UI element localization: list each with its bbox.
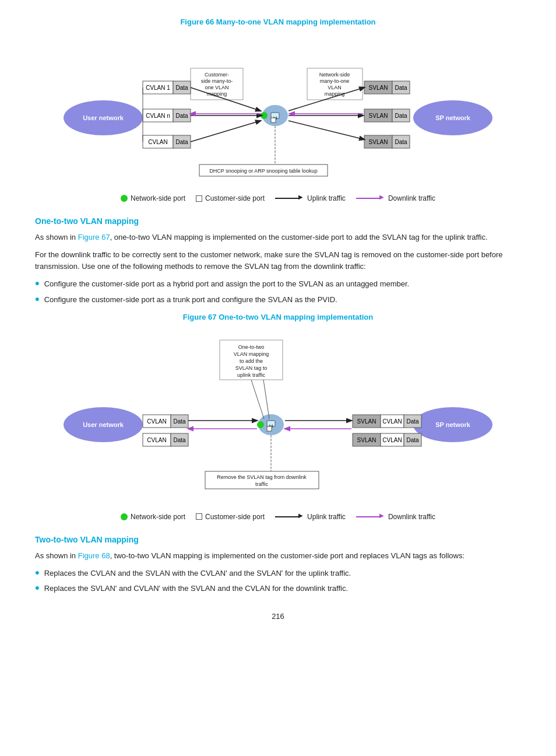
uplink67-arrow-icon bbox=[275, 516, 298, 517]
svg-text:CVLAN n: CVLAN n bbox=[146, 113, 170, 119]
svg-text:one VLAN: one VLAN bbox=[205, 85, 228, 90]
svg-text:User network: User network bbox=[83, 114, 124, 121]
svg-text:CVLAN: CVLAN bbox=[147, 437, 166, 443]
svg-point-89 bbox=[257, 421, 264, 428]
bullet-dot-2: • bbox=[35, 293, 40, 306]
svg-line-50 bbox=[288, 121, 364, 139]
svg-rect-90 bbox=[267, 426, 272, 431]
bullet-item-2: • Configure the customer-side port as a … bbox=[35, 294, 521, 306]
network-port-icon bbox=[121, 195, 128, 202]
svg-text:traffic: traffic bbox=[255, 481, 268, 487]
legend67-network-port: Network-side port bbox=[121, 513, 185, 521]
legend67-uplink: Uplink traffic bbox=[275, 513, 346, 521]
svg-text:SVLAN: SVLAN bbox=[357, 437, 376, 443]
bullet-item-1: • Configure the customer-side port as a … bbox=[35, 278, 521, 290]
svg-text:Data: Data bbox=[175, 139, 188, 145]
svg-text:Data: Data bbox=[395, 139, 407, 145]
legend-uplink: Uplink traffic bbox=[275, 194, 346, 202]
figure67-legend: Network-side port Customer-side port Upl… bbox=[35, 513, 521, 521]
customer-port-icon bbox=[196, 195, 202, 202]
svg-text:SVLAN: SVLAN bbox=[369, 113, 388, 119]
svg-text:Data: Data bbox=[173, 437, 186, 443]
svg-text:Data: Data bbox=[175, 113, 188, 119]
svg-text:mapping: mapping bbox=[325, 91, 345, 97]
figure66-svg: User network SP network Customer- side m… bbox=[57, 33, 499, 191]
svg-text:SVLAN tag to: SVLAN tag to bbox=[235, 365, 268, 371]
customer-port67-icon bbox=[196, 513, 202, 520]
bullet-dot-4: • bbox=[35, 582, 40, 594]
svg-line-47 bbox=[191, 121, 261, 142]
figure66-title: Figure 66 Many-to-one VLAN mapping imple… bbox=[35, 18, 521, 26]
legend-downlink: Downlink traffic bbox=[356, 194, 435, 202]
section-one-to-two-para2: For the downlink traffic to be correctly… bbox=[35, 249, 521, 272]
svg-text:to add the: to add the bbox=[240, 358, 263, 364]
uplink-arrow-icon bbox=[275, 198, 298, 199]
svg-text:Remove the SVLAN tag from down: Remove the SVLAN tag from downlink bbox=[217, 474, 307, 480]
svg-line-100 bbox=[263, 380, 269, 419]
legend-customer-port: Customer-side port bbox=[196, 194, 265, 202]
svg-text:DHCP snooping or ARP snooping : DHCP snooping or ARP snooping table look… bbox=[209, 168, 317, 174]
figure67-svg: One-to-two VLAN mapping to add the SVLAN… bbox=[57, 328, 499, 509]
svg-text:SVLAN: SVLAN bbox=[369, 139, 388, 145]
section-two-to-two-heading: Two-to-two VLAN mapping bbox=[35, 535, 521, 544]
svg-text:Customer-: Customer- bbox=[205, 72, 229, 78]
one-to-two-bullet-list: • Configure the customer-side port as a … bbox=[35, 278, 521, 305]
svg-text:Data: Data bbox=[175, 85, 188, 91]
section-one-to-two-para1: As shown in Figure 67, one-to-two VLAN m… bbox=[35, 232, 521, 243]
svg-text:SP network: SP network bbox=[435, 421, 471, 428]
bullet-dot-3: • bbox=[35, 566, 40, 579]
downlink-arrow-icon bbox=[356, 198, 379, 199]
figure68-link[interactable]: Figure 68 bbox=[78, 551, 110, 560]
svg-text:CVLAN: CVLAN bbox=[148, 139, 167, 145]
network-port67-icon bbox=[121, 513, 128, 520]
svg-text:User network: User network bbox=[83, 421, 124, 428]
svg-text:VLAN mapping: VLAN mapping bbox=[234, 351, 269, 357]
svg-text:One-to-two: One-to-two bbox=[238, 344, 265, 350]
svg-line-99 bbox=[251, 380, 264, 419]
svg-text:CVLAN 1: CVLAN 1 bbox=[146, 85, 170, 91]
figure67-title: Figure 67 One-to-two VLAN mapping implem… bbox=[35, 313, 521, 321]
svg-text:Data: Data bbox=[406, 437, 419, 443]
svg-text:Network-side: Network-side bbox=[319, 72, 350, 78]
svg-text:SVLAN: SVLAN bbox=[369, 85, 388, 91]
svg-text:CVLAN: CVLAN bbox=[382, 418, 402, 425]
svg-text:SP network: SP network bbox=[435, 114, 471, 121]
legend67-customer-port: Customer-side port bbox=[196, 513, 265, 521]
bullet-item-3: • Replaces the CVLAN and the SVLAN with … bbox=[35, 568, 521, 579]
svg-text:Data: Data bbox=[406, 418, 419, 425]
svg-text:VLAN: VLAN bbox=[328, 85, 342, 90]
figure66-legend: Network-side port Customer-side port Upl… bbox=[35, 194, 521, 202]
legend-network-port: Network-side port bbox=[121, 194, 185, 202]
bullet-dot-1: • bbox=[35, 277, 40, 290]
svg-rect-42 bbox=[271, 118, 276, 123]
svg-text:Data: Data bbox=[395, 85, 407, 91]
figure67-diagram: One-to-two VLAN mapping to add the SVLAN… bbox=[35, 328, 521, 521]
section-two-to-two-para1: As shown in Figure 68, two-to-two VLAN m… bbox=[35, 550, 521, 562]
figure67-link[interactable]: Figure 67 bbox=[78, 233, 110, 242]
two-to-two-bullet-list: • Replaces the CVLAN and the SVLAN with … bbox=[35, 568, 521, 594]
svg-text:CVLAN: CVLAN bbox=[382, 437, 402, 443]
page-number: 216 bbox=[35, 612, 521, 621]
svg-text:uplink traffic: uplink traffic bbox=[237, 372, 265, 378]
figure66-diagram: User network SP network Customer- side m… bbox=[35, 33, 521, 202]
svg-text:CVLAN: CVLAN bbox=[147, 418, 166, 425]
downlink67-arrow-icon bbox=[356, 516, 379, 517]
legend67-downlink: Downlink traffic bbox=[356, 513, 435, 521]
page-content: Figure 66 Many-to-one VLAN mapping imple… bbox=[35, 18, 521, 621]
svg-text:Data: Data bbox=[395, 113, 407, 119]
svg-text:many-to-one: many-to-one bbox=[320, 78, 350, 84]
svg-text:Data: Data bbox=[173, 418, 186, 425]
section-one-to-two-heading: One-to-two VLAN mapping bbox=[35, 216, 521, 226]
svg-text:SVLAN: SVLAN bbox=[357, 418, 376, 425]
svg-text:side many-to-: side many-to- bbox=[201, 78, 233, 84]
bullet-item-4: • Replaces the SVLAN' and CVLAN' with th… bbox=[35, 583, 521, 594]
